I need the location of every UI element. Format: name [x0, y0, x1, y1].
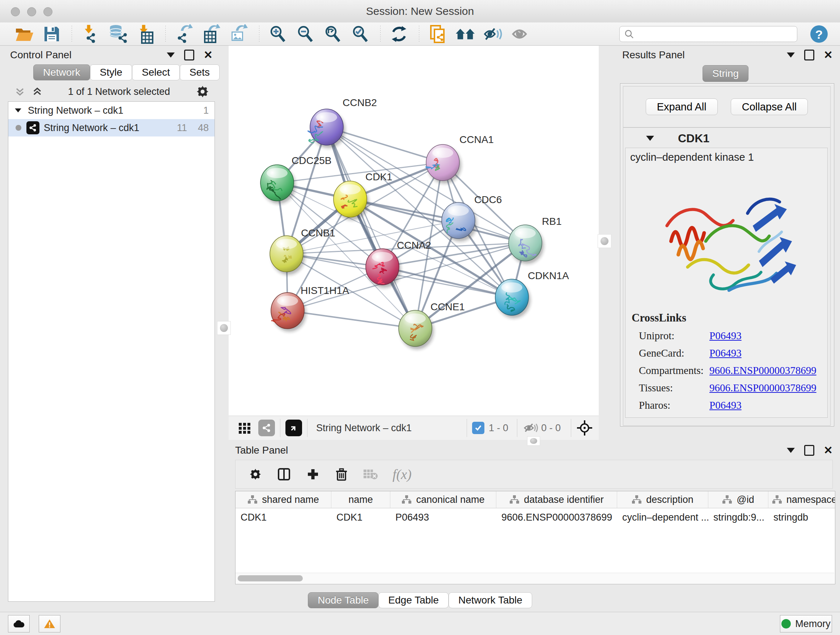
node-CDC25B[interactable]: CDC25B	[261, 155, 332, 204]
panel-close-icon[interactable]: ✕	[824, 446, 833, 455]
collection-expand-icon[interactable]	[15, 108, 21, 112]
panel-menu-icon[interactable]	[787, 448, 795, 453]
panel-close-icon[interactable]: ✕	[204, 51, 213, 59]
column-header-canonical-name[interactable]: canonical name	[390, 491, 496, 508]
hidden-eye-icon[interactable]	[523, 421, 538, 434]
help-button[interactable]: ?	[810, 25, 828, 43]
table-settings-gear-icon[interactable]	[248, 467, 262, 481]
tab-network[interactable]: Network	[33, 65, 90, 80]
node-RB1[interactable]: RB1	[508, 216, 561, 264]
clone-network-icon[interactable]	[427, 24, 448, 44]
panel-menu-icon[interactable]	[787, 52, 795, 57]
cloud-button[interactable]	[8, 615, 30, 632]
edge-HIST1H1A-CCNE1[interactable]	[287, 310, 415, 328]
gear-icon[interactable]	[195, 84, 210, 99]
cell-description[interactable]: cyclin–dependent ...	[617, 512, 708, 523]
column-header-database-identifier[interactable]: database identifier	[496, 491, 617, 508]
node-CCNB1[interactable]: CCNB1	[270, 227, 335, 275]
save-session-icon[interactable]	[41, 24, 62, 44]
memory-button[interactable]: Memory	[780, 615, 832, 632]
expand-all-button[interactable]: Expand All	[646, 98, 718, 115]
node-CCNB2[interactable]: CCNB2	[308, 97, 377, 148]
node-label-CCNB1: CCNB1	[301, 227, 335, 239]
cell-canonical-name[interactable]: P06493	[390, 512, 496, 523]
crosslink-link[interactable]: P06493	[709, 399, 742, 411]
refresh-icon[interactable]	[388, 24, 409, 44]
panel-float-icon[interactable]	[184, 50, 194, 60]
tab-select[interactable]: Select	[132, 65, 180, 80]
node-HIST1H1A[interactable]: HIST1H1A	[271, 285, 349, 332]
export-image-icon[interactable]	[229, 24, 249, 44]
zoom-fit-icon[interactable]	[322, 24, 343, 44]
selected-checkbox-icon[interactable]	[472, 422, 485, 434]
zoom-in-icon[interactable]	[267, 24, 288, 44]
crosslink-link[interactable]: P06493	[709, 347, 742, 359]
node-CCNA2[interactable]: CCNA2	[366, 240, 431, 288]
zoom-out-icon[interactable]	[295, 24, 316, 44]
tab-sets[interactable]: Sets	[180, 65, 219, 80]
zoom-selected-icon[interactable]	[350, 24, 371, 44]
cell-database-identifier[interactable]: 9606.ENSP00000378699	[496, 512, 617, 523]
open-session-icon[interactable]	[14, 24, 35, 44]
crosslink-link[interactable]: P06493	[709, 330, 742, 342]
column-header-name[interactable]: name	[332, 491, 390, 508]
divider	[571, 419, 571, 437]
left-splitter-handle[interactable]	[217, 321, 231, 335]
birdseye-grid-icon[interactable]	[237, 421, 252, 435]
panel-close-icon[interactable]: ✕	[824, 51, 833, 59]
edge-CCNA2-CDKN1A[interactable]	[382, 267, 512, 297]
add-column-icon[interactable]	[306, 467, 320, 481]
tab-node-table[interactable]: Node Table	[308, 592, 378, 608]
export-network-icon[interactable]	[174, 24, 195, 44]
right-splitter-handle[interactable]	[598, 234, 611, 248]
fit-content-crosshair-icon[interactable]	[576, 420, 593, 436]
scrollbar-thumb[interactable]	[238, 575, 303, 581]
node-CCNE1[interactable]: CCNE1	[399, 301, 465, 349]
open-in-new-icon[interactable]	[286, 420, 302, 436]
search-input[interactable]	[638, 28, 793, 40]
export-table-icon[interactable]	[201, 24, 222, 44]
network-share-icon[interactable]	[258, 420, 275, 436]
close-window-icon[interactable]	[11, 7, 20, 16]
node-CCNA1[interactable]: CCNA1	[426, 134, 494, 184]
table-row[interactable]: CDK1CDK1P064939606.ENSP00000378699cyclin…	[235, 508, 835, 526]
tab-style[interactable]: Style	[90, 65, 132, 80]
column-header-description[interactable]: description	[617, 491, 708, 508]
node-CDKN1A[interactable]: CDKN1A	[495, 270, 569, 318]
column-header-shared-name[interactable]: shared name	[235, 491, 332, 508]
cell-shared-name[interactable]: CDK1	[235, 512, 332, 523]
expand-all-icon[interactable]	[32, 86, 43, 97]
first-neighbors-icon[interactable]	[455, 24, 476, 44]
gene-collapse-icon[interactable]	[646, 136, 654, 141]
maximize-window-icon[interactable]	[43, 7, 52, 16]
import-network-file-icon[interactable]	[80, 24, 101, 44]
network-canvas[interactable]: CCNB2CCNA1CDC25BCDK1CDC6RB1CCNB1CCNA2CDK…	[229, 46, 599, 416]
column-header--id[interactable]: @id	[708, 491, 768, 508]
panel-menu-icon[interactable]	[167, 52, 175, 57]
warnings-button[interactable]	[39, 615, 60, 632]
network-row-selected[interactable]: String Network – cdk1 11 48	[8, 119, 215, 136]
cell-namespace[interactable]: stringdb	[768, 512, 835, 523]
column-header-namespace[interactable]: namespace	[768, 491, 835, 508]
crosslink-link[interactable]: 9606.ENSP00000378699	[709, 382, 816, 394]
table-horizontal-scrollbar[interactable]	[235, 573, 834, 584]
results-tab-string[interactable]: String	[703, 65, 748, 82]
tab-edge-table[interactable]: Edge Table	[378, 592, 448, 608]
minimize-window-icon[interactable]	[27, 7, 36, 16]
network-collection-row[interactable]: String Network – cdk1 1	[8, 102, 215, 119]
import-network-database-icon[interactable]	[107, 24, 128, 44]
delete-column-icon[interactable]	[335, 467, 348, 481]
edge-CCNB2-CCNE1[interactable]	[327, 127, 415, 328]
collapse-all-button[interactable]: Collapse All	[731, 98, 808, 115]
cell--id[interactable]: stringdb:9...	[708, 512, 768, 523]
hide-selected-icon[interactable]	[482, 24, 503, 44]
show-columns-icon[interactable]	[277, 467, 291, 481]
crosslink-link[interactable]: 9606.ENSP00000378699	[709, 364, 816, 377]
tab-network-table[interactable]: Network Table	[448, 592, 532, 608]
panel-float-icon[interactable]	[804, 445, 814, 456]
panel-float-icon[interactable]	[804, 50, 814, 60]
cell-name[interactable]: CDK1	[332, 512, 390, 523]
import-table-file-icon[interactable]	[135, 24, 156, 44]
gene-section-header[interactable]: CDK1	[630, 130, 825, 146]
collapse-all-icon[interactable]	[14, 86, 25, 97]
